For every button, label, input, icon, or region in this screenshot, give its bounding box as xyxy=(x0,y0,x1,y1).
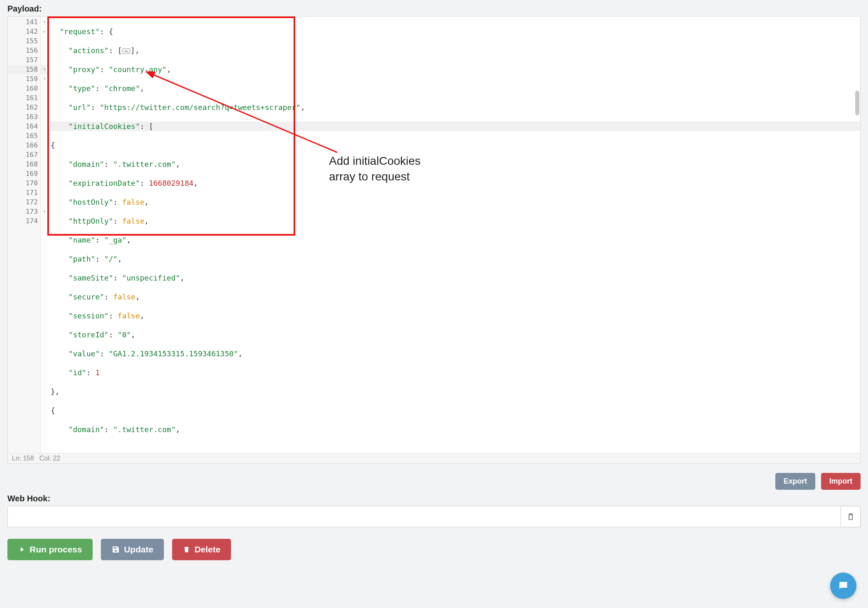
vertical-scrollbar[interactable] xyxy=(855,91,859,115)
line-number: 167 xyxy=(8,150,38,159)
webhook-input[interactable] xyxy=(7,506,841,527)
line-number: 168 xyxy=(8,159,38,169)
code-editor[interactable]: 141 142 155 156 157 158 159 160 161 162 … xyxy=(7,16,861,464)
run-process-label: Run process xyxy=(30,545,82,554)
line-number: 160 xyxy=(8,84,38,93)
payload-label: Payload: xyxy=(7,4,861,14)
delete-button[interactable]: Delete xyxy=(172,539,231,560)
play-icon xyxy=(18,545,26,554)
clipboard-icon xyxy=(847,512,855,521)
delete-label: Delete xyxy=(194,545,220,554)
fold-gutter[interactable]: ▾ ▸ ▾ ▾ ▾ xyxy=(41,16,48,453)
export-button[interactable]: Export xyxy=(775,473,815,490)
line-number: 162 xyxy=(8,103,38,112)
export-label: Export xyxy=(784,477,807,486)
update-button[interactable]: Update xyxy=(101,539,164,560)
update-label: Update xyxy=(124,545,153,554)
line-number: 155 xyxy=(8,36,38,46)
line-number: 164 xyxy=(8,122,38,131)
line-number: 173 xyxy=(8,207,38,216)
line-number: 161 xyxy=(8,93,38,103)
line-number: 163 xyxy=(8,112,38,122)
fold-badge-icon[interactable]: ↔ xyxy=(122,48,131,54)
line-number: 174 xyxy=(8,216,38,226)
trash-icon xyxy=(183,545,190,554)
code-content[interactable]: "request": { "actions": [↔], "proxy": "c… xyxy=(48,16,860,453)
run-process-button[interactable]: Run process xyxy=(7,539,93,560)
line-number: 141 xyxy=(8,17,38,27)
save-icon xyxy=(112,545,120,554)
line-number: 159 xyxy=(8,74,38,84)
clipboard-button[interactable] xyxy=(841,506,861,527)
line-number: 156 xyxy=(8,46,38,55)
line-number: 169 xyxy=(8,169,38,178)
webhook-label: Web Hook: xyxy=(7,494,861,503)
line-number: 142 xyxy=(8,27,38,36)
import-button[interactable]: Import xyxy=(821,473,861,490)
line-number: 158 xyxy=(8,65,38,74)
chat-widget-button[interactable] xyxy=(830,573,856,577)
line-number: 170 xyxy=(8,178,38,188)
line-number: 165 xyxy=(8,131,38,140)
line-number: 166 xyxy=(8,140,38,150)
line-number-gutter: 141 142 155 156 157 158 159 160 161 162 … xyxy=(8,16,41,453)
editor-statusbar: Ln: 158 Col: 22 xyxy=(8,453,860,463)
line-number: 171 xyxy=(8,188,38,197)
line-number: 157 xyxy=(8,55,38,65)
import-label: Import xyxy=(829,477,852,486)
line-number: 172 xyxy=(8,197,38,207)
